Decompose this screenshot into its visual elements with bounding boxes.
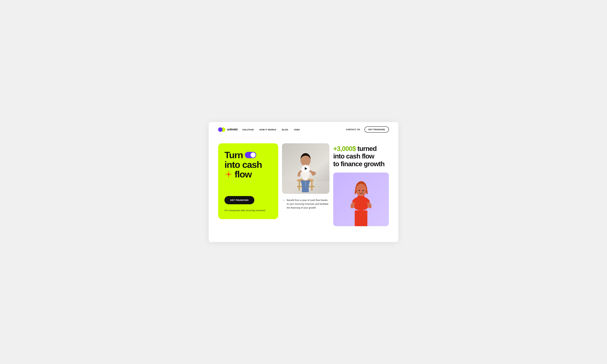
get-financing-nav-button[interactable]: GET FINANCING <box>364 126 389 133</box>
svg-rect-11 <box>355 210 367 226</box>
hero-word-flow: flow <box>235 169 252 179</box>
nav-link-blog[interactable]: BLOG <box>282 129 288 131</box>
person-card <box>333 172 389 226</box>
logo-icon <box>218 127 225 132</box>
hero-title-line3: flow <box>224 169 272 179</box>
cash-flow-stat: +3,000$ turnedinto cash flowto finance g… <box>333 143 389 169</box>
svg-point-14 <box>359 190 360 191</box>
nav-link-jobs[interactable]: JOBS <box>294 129 300 131</box>
hero-title: Turn into cash flow <box>224 150 272 179</box>
hero-title-line1: Turn <box>224 150 272 160</box>
nav-link-how-it-works[interactable]: HOW IT WORKS <box>259 129 276 131</box>
cta-section: GET FINANCING For companies with recurri… <box>224 196 272 212</box>
get-financing-hero-button[interactable]: GET FINANCING <box>224 196 254 204</box>
navbar: unlimitd SOLUTION HOW IT WORKS BLOG JOBS… <box>209 122 398 137</box>
stat-block: +3,000$ turnedinto cash flowto finance g… <box>333 145 389 168</box>
nav-item-jobs[interactable]: JOBS <box>294 128 300 131</box>
brand-name: unlimitd <box>227 128 237 131</box>
hero-subtitle: For companies with recurring revenues <box>224 209 272 212</box>
page-wrapper: unlimitd SOLUTION HOW IT WORKS BLOG JOBS… <box>209 122 398 242</box>
play-icon <box>305 167 307 170</box>
hero-title-block: Turn into cash flow <box>224 150 272 184</box>
hero-card: Turn into cash flow GET FINANCI <box>218 143 278 219</box>
main-content: Turn into cash flow GET FINANCI <box>209 137 398 233</box>
logo-area[interactable]: unlimitd <box>218 127 237 132</box>
svg-point-6 <box>311 171 316 175</box>
svg-point-15 <box>362 190 364 191</box>
nav-item-how-it-works[interactable]: HOW IT WORKS <box>259 128 276 131</box>
contact-link[interactable]: CONTACT US <box>346 128 360 131</box>
toggle-icon <box>245 152 256 158</box>
nav-link-solution[interactable]: SOLUTION <box>243 129 254 131</box>
right-column: +3,000$ turnedinto cash flowto finance g… <box>333 143 389 226</box>
nav-links: SOLUTION HOW IT WORKS BLOG JOBS <box>243 128 300 131</box>
middle-column: → Benefit from a year of cash flow thank… <box>282 143 330 211</box>
nav-right: CONTACT US GET FINANCING <box>346 126 389 133</box>
hero-title-line2: into cash <box>224 160 272 169</box>
nav-left: unlimitd SOLUTION HOW IT WORKS BLOG JOBS <box>218 127 300 132</box>
video-card <box>282 143 330 194</box>
logo-circle-purple <box>218 127 222 132</box>
arrow-icon: → <box>282 199 285 202</box>
star-icon <box>224 170 233 178</box>
person-card-image <box>333 172 389 226</box>
benefit-text-block: → Benefit from a year of cash flow thank… <box>282 197 330 211</box>
play-button[interactable] <box>302 165 309 172</box>
benefit-description: Benefit from a year of cash flow thanks … <box>287 198 330 210</box>
hero-word-turn: Turn <box>224 150 243 160</box>
nav-item-solution[interactable]: SOLUTION <box>243 128 254 131</box>
nav-item-blog[interactable]: BLOG <box>282 128 288 131</box>
stat-amount: +3,000$ <box>333 145 356 152</box>
toggle-knob <box>250 153 256 157</box>
